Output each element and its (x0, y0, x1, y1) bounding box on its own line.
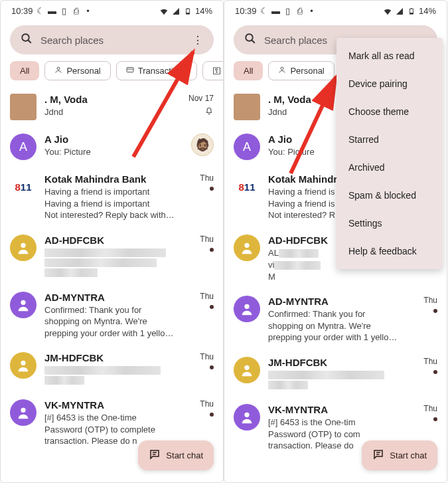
svg-point-5 (57, 67, 60, 70)
avatar (234, 235, 260, 261)
key-icon: ⚿ (212, 66, 221, 76)
conversation-item[interactable]: . M, Voda Jdnd Nov 17 (10, 87, 214, 127)
notif-icon-3: ⎙ (72, 7, 81, 16)
chat-icon (149, 448, 161, 462)
chip-more[interactable]: ⚿O (202, 61, 223, 80)
bell-off-icon (204, 106, 214, 115)
overflow-menu: Mark all as read Device pairing Choose t… (336, 38, 443, 269)
avatar (10, 94, 37, 120)
svg-rect-17 (411, 8, 413, 9)
svg-point-9 (21, 300, 25, 304)
svg-point-10 (21, 361, 25, 365)
filter-chips: All Personal Transactions ⚿O (1, 61, 223, 87)
notif-icon-2: ▯ (283, 7, 293, 16)
chip-transactions[interactable]: Transactions (116, 61, 197, 80)
status-time: 10:39 (235, 6, 257, 16)
svg-rect-2 (187, 8, 189, 9)
svg-point-18 (246, 34, 253, 41)
start-chat-button[interactable]: Start chat (138, 440, 214, 470)
menu-spam-blocked[interactable]: Spam & blocked (336, 181, 443, 209)
start-chat-button[interactable]: Start chat (362, 440, 437, 470)
svg-point-8 (21, 242, 25, 247)
conversation-item[interactable]: AD-MYNTRA Confirmed: Thank you for shopp… (10, 285, 214, 346)
svg-point-3 (22, 34, 29, 41)
avatar (10, 399, 37, 426)
more-notif-icon: • (307, 7, 317, 16)
signal-icon (395, 7, 404, 16)
avatar (10, 352, 37, 379)
conversation-item[interactable]: JM-HDFCBK Thu (234, 350, 437, 397)
chip-all[interactable]: All (10, 61, 39, 80)
wifi-icon (383, 7, 392, 16)
avatar: 811 (234, 173, 260, 200)
battery-pct: 14% (195, 6, 212, 16)
chip-all[interactable]: All (234, 61, 263, 80)
conversation-item[interactable]: JM-HDFCBK Thu (10, 345, 214, 393)
menu-mark-all-read[interactable]: Mark all as read (336, 42, 443, 70)
notif-icon-1: ▬ (48, 7, 57, 16)
status-time: 10:39 (11, 6, 33, 16)
status-bar: 10:39 ☾ ▬ ▯ ⎙ • 14% (1, 1, 223, 19)
battery-icon (407, 7, 416, 16)
avatar (234, 404, 260, 431)
conversation-item[interactable]: AD-HDFCBK Thu (10, 228, 214, 285)
search-icon (244, 33, 256, 47)
svg-line-19 (252, 40, 255, 43)
unread-dot (210, 248, 214, 252)
menu-choose-theme[interactable]: Choose theme (336, 98, 443, 126)
unread-dot (433, 417, 437, 421)
conversation-item[interactable]: A A Jio You: Picture 🧔🏽 (10, 127, 214, 167)
battery-icon (183, 7, 192, 16)
notif-icon-2: ▯ (60, 7, 69, 16)
chip-personal[interactable]: Personal (268, 61, 334, 80)
conversation-item[interactable]: AD-MYNTRA Confirmed: Thank you for shopp… (234, 289, 437, 350)
person-outline-icon (278, 66, 286, 76)
svg-point-23 (244, 365, 249, 370)
avatar (234, 357, 260, 383)
svg-point-11 (21, 408, 25, 413)
avatar (10, 292, 37, 318)
more-notif-icon: • (84, 7, 93, 16)
overflow-menu-button[interactable]: ⋮ (192, 34, 203, 47)
person-outline-icon (54, 66, 62, 76)
svg-point-22 (244, 304, 249, 309)
unread-dot (433, 309, 437, 313)
menu-starred[interactable]: Starred (336, 126, 443, 153)
notif-icon-3: ⎙ (295, 7, 305, 16)
screen-right: 10:39 ☾ ▬ ▯ ⎙ • 14% Search places All Pe… (224, 0, 447, 483)
menu-archived[interactable]: Archived (336, 153, 443, 181)
notif-icon-1: ▬ (271, 7, 281, 16)
unread-dot (433, 370, 437, 374)
avatar (10, 235, 37, 261)
fab-label: Start chat (390, 450, 427, 460)
contact-photo: 🧔🏽 (191, 134, 214, 156)
signal-icon (171, 7, 181, 16)
card-icon (126, 66, 134, 76)
unread-dot (210, 305, 214, 309)
dnd-icon: ☾ (260, 7, 269, 16)
avatar (234, 296, 260, 322)
status-bar: 10:39 ☾ ▬ ▯ ⎙ • 14% (224, 1, 447, 19)
conversation-item[interactable]: 811 Kotak Mahindra Bank Having a friend … (10, 167, 214, 228)
menu-device-pairing[interactable]: Device pairing (336, 70, 443, 98)
avatar: 811 (10, 173, 37, 200)
chat-icon (372, 448, 384, 462)
battery-pct: 14% (419, 6, 436, 16)
chip-personal[interactable]: Personal (44, 61, 110, 80)
conversation-list: . M, Voda Jdnd Nov 17 A A Jio You: Pictu… (1, 87, 223, 454)
unread-dot (210, 413, 214, 417)
svg-rect-1 (186, 13, 189, 14)
svg-rect-6 (127, 68, 133, 72)
avatar: A (234, 134, 260, 160)
unread-dot (210, 187, 214, 191)
search-icon (21, 33, 33, 47)
unread-dot (210, 365, 214, 369)
svg-point-20 (281, 67, 283, 70)
search-placeholder: Search places (40, 35, 185, 46)
menu-help-feedback[interactable]: Help & feedback (336, 237, 443, 265)
menu-settings[interactable]: Settings (336, 209, 443, 237)
search-bar[interactable]: Search places ⋮ (10, 25, 214, 54)
svg-line-4 (28, 40, 31, 43)
svg-point-21 (244, 242, 249, 247)
avatar: A (10, 134, 37, 160)
